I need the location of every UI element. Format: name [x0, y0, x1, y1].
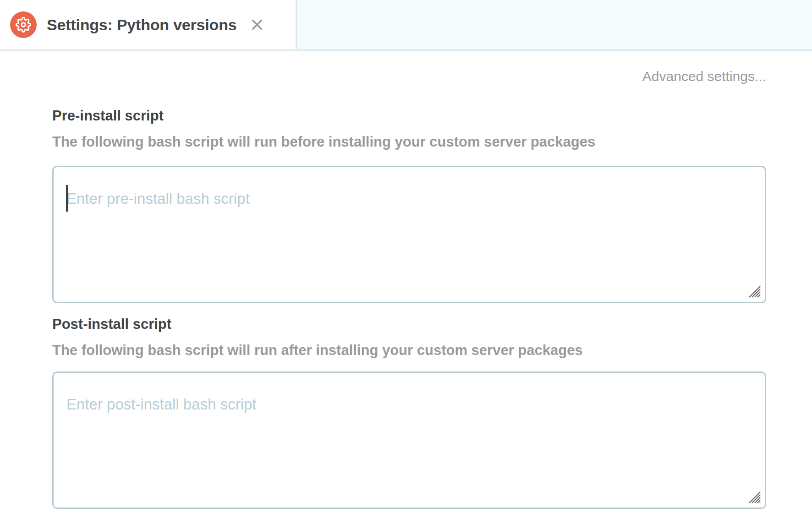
- tab-bar: Settings: Python versions: [0, 0, 812, 51]
- pre-install-script-input[interactable]: [52, 166, 766, 303]
- post-install-script-input[interactable]: [52, 371, 766, 509]
- pre-install-description: The following bash script will run befor…: [52, 132, 766, 152]
- post-install-description: The following bash script will run after…: [52, 340, 766, 360]
- gear-icon: [10, 11, 37, 38]
- tab-settings-python-versions[interactable]: Settings: Python versions: [0, 0, 297, 49]
- settings-panel: Advanced settings... Pre-install script …: [0, 66, 812, 509]
- post-install-textarea-wrap: [52, 371, 766, 509]
- post-install-heading: Post-install script: [52, 314, 766, 334]
- tab-title: Settings: Python versions: [47, 16, 236, 34]
- resize-handle[interactable]: [745, 487, 762, 505]
- advanced-settings-link[interactable]: Advanced settings...: [52, 66, 766, 87]
- pre-install-heading: Pre-install script: [52, 106, 766, 126]
- resize-handle[interactable]: [745, 282, 762, 299]
- pre-install-textarea-wrap: [52, 166, 766, 303]
- close-icon[interactable]: [248, 16, 266, 33]
